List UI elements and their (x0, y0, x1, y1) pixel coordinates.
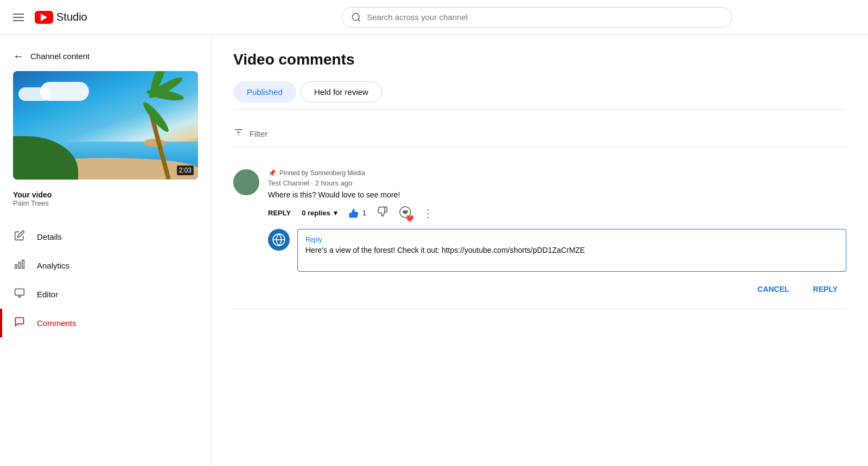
comment-meta: Test Channel · 2 hours ago (268, 179, 846, 187)
reply-textarea[interactable] (305, 246, 838, 263)
details-icon (13, 230, 26, 244)
top-header: Studio (0, 0, 868, 35)
comment-text: Where is this? Would love to see more! (268, 190, 846, 199)
video-subtitle: Palm Trees (13, 199, 198, 207)
search-icon (351, 12, 361, 23)
sidebar-item-editor[interactable]: Editor (0, 280, 211, 309)
tab-held-for-review[interactable]: Held for review (301, 81, 382, 103)
replies-toggle-button[interactable]: 0 replies ▾ (302, 209, 337, 217)
svg-rect-3 (18, 263, 20, 269)
svg-rect-4 (15, 265, 17, 269)
sidebar-item-comments[interactable]: Comments (0, 309, 211, 337)
heart-overlay-icon: ❤️ (406, 215, 414, 222)
page-title: Video comments (233, 51, 846, 68)
comment-separator: · (311, 179, 315, 187)
video-info: Your video Palm Trees (0, 186, 211, 218)
comment-channel-name: Test Channel (268, 179, 309, 187)
filter-label[interactable]: Filter (250, 129, 267, 138)
app-body: ← Channel content 2:03 (0, 35, 868, 466)
reply-label: Reply (305, 236, 838, 244)
filter-row: Filter (233, 120, 846, 148)
reply-footer: CANCEL REPLY (297, 276, 846, 298)
svg-rect-5 (15, 289, 24, 296)
heart-button[interactable]: ❤️ (399, 206, 412, 220)
search-input[interactable] (367, 12, 723, 22)
back-arrow-icon: ← (13, 50, 24, 62)
studio-label: Studio (56, 11, 87, 23)
like-area[interactable]: 1 (348, 208, 366, 219)
like-count: 1 (362, 209, 366, 217)
logo-area: Studio (35, 11, 87, 24)
svg-point-0 (352, 13, 359, 20)
svg-rect-2 (22, 260, 24, 269)
hamburger-menu[interactable] (9, 9, 28, 25)
comment-time: 2 hours ago (315, 179, 353, 187)
comment-avatar (233, 169, 259, 195)
youtube-icon (35, 11, 53, 24)
reply-submit-button[interactable]: REPLY (805, 280, 846, 298)
video-title: Your video (13, 190, 198, 199)
editor-icon (13, 288, 26, 301)
tab-published[interactable]: Published (233, 81, 296, 103)
sidebar-item-details[interactable]: Details (0, 222, 211, 251)
svg-line-1 (358, 19, 360, 21)
search-bar (342, 7, 732, 28)
reply-compose: Reply CANCEL REPLY (268, 229, 846, 298)
back-nav[interactable]: ← Channel content (0, 46, 211, 71)
thumbnail-image (13, 71, 198, 180)
island-decoration (144, 139, 165, 147)
cloud2-decoration (40, 82, 89, 101)
chevron-down-icon: ▾ (334, 209, 337, 217)
comment-actions: REPLY 0 replies ▾ 1 (268, 206, 846, 220)
sidebar-item-label-analytics: Analytics (37, 261, 69, 270)
reply-avatar (268, 229, 290, 251)
sidebar-item-label-comments: Comments (37, 318, 76, 328)
video-thumbnail[interactable]: 2:03 (13, 71, 198, 180)
filter-icon (233, 127, 244, 141)
comment-body: 📌 Pinned by Sonnenberg Media Test Channe… (268, 169, 846, 298)
reply-box-container: Reply CANCEL REPLY (297, 229, 846, 298)
tabs-row: Published Held for review (233, 81, 846, 110)
analytics-icon (13, 259, 26, 272)
globe-icon (272, 233, 286, 247)
pinned-line: 📌 Pinned by Sonnenberg Media (268, 169, 846, 177)
reply-button[interactable]: REPLY (268, 209, 291, 217)
sidebar: ← Channel content 2:03 (0, 35, 212, 466)
sidebar-item-label-details: Details (37, 232, 62, 241)
palm-leaves-decoration (144, 82, 187, 120)
pin-icon: 📌 (268, 169, 276, 177)
thumbs-up-icon (348, 208, 359, 219)
cancel-button[interactable]: CANCEL (749, 280, 797, 298)
replies-count: 0 replies (302, 209, 330, 217)
search-input-wrap[interactable] (342, 7, 732, 28)
pinned-by-text: Pinned by Sonnenberg Media (279, 169, 365, 177)
back-label: Channel content (30, 52, 90, 61)
more-options-button[interactable]: ⋮ (423, 207, 433, 220)
comment-thread: 📌 Pinned by Sonnenberg Media Test Channe… (233, 158, 846, 309)
sidebar-item-analytics[interactable]: Analytics (0, 251, 211, 280)
thumbs-down-button[interactable] (377, 206, 388, 220)
header-left: Studio (9, 9, 215, 25)
sidebar-nav: Details Analytics Editor Comments (0, 222, 211, 337)
comments-icon (13, 316, 26, 330)
reply-text-box[interactable]: Reply (297, 229, 846, 272)
sidebar-item-label-editor: Editor (37, 290, 58, 299)
main-content: Video comments Published Held for review… (212, 35, 868, 466)
duration-badge: 2:03 (177, 165, 194, 175)
